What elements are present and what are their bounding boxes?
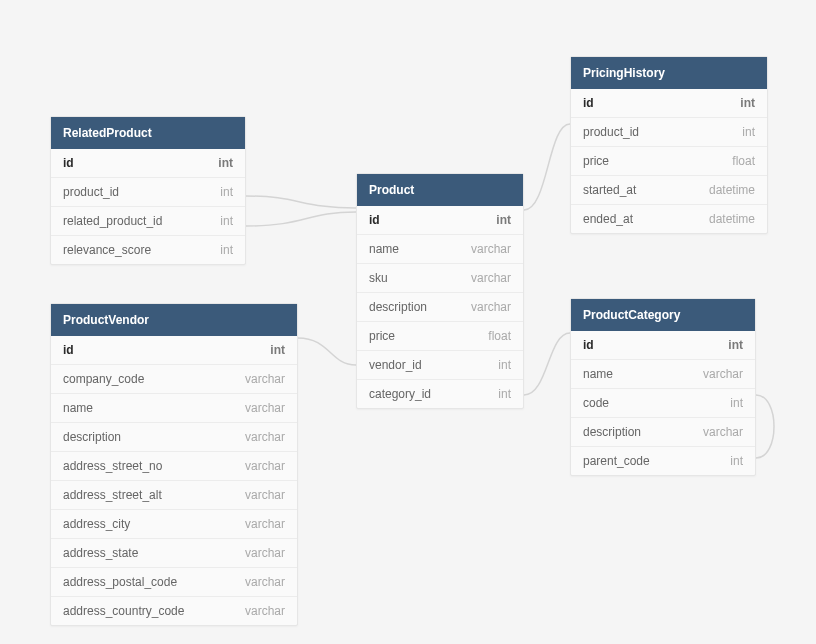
column-name: address_street_alt [63, 488, 162, 502]
column-name: sku [369, 271, 388, 285]
er-diagram-canvas: RelatedProduct id int product_id int rel… [0, 0, 816, 644]
column-type: datetime [709, 183, 755, 197]
table-productvendor[interactable]: ProductVendor id int company_code varcha… [50, 303, 298, 626]
column-name: address_state [63, 546, 138, 560]
table-row: sku varchar [357, 264, 523, 293]
column-type: varchar [245, 517, 285, 531]
column-type: varchar [703, 425, 743, 439]
table-row: ended_at datetime [571, 205, 767, 233]
column-type: int [728, 338, 743, 352]
column-type: int [742, 125, 755, 139]
table-row: product_id int [51, 178, 245, 207]
column-type: varchar [245, 488, 285, 502]
table-row: address_state varchar [51, 539, 297, 568]
column-type: varchar [471, 300, 511, 314]
column-name: started_at [583, 183, 636, 197]
column-type: int [496, 213, 511, 227]
table-row: code int [571, 389, 755, 418]
table-row: address_country_code varchar [51, 597, 297, 625]
table-row: category_id int [357, 380, 523, 408]
table-row: description varchar [571, 418, 755, 447]
column-type: varchar [245, 430, 285, 444]
column-type: varchar [471, 271, 511, 285]
table-row: id int [571, 331, 755, 360]
table-header: RelatedProduct [51, 117, 245, 149]
column-type: int [740, 96, 755, 110]
column-name: related_product_id [63, 214, 162, 228]
table-row: product_id int [571, 118, 767, 147]
column-type: varchar [245, 401, 285, 415]
table-row: id int [51, 149, 245, 178]
column-type: float [732, 154, 755, 168]
column-name: id [583, 338, 594, 352]
table-row: address_city varchar [51, 510, 297, 539]
table-row: description varchar [357, 293, 523, 322]
table-row: started_at datetime [571, 176, 767, 205]
column-name: address_country_code [63, 604, 184, 618]
column-name: relevance_score [63, 243, 151, 257]
column-name: address_city [63, 517, 130, 531]
table-product[interactable]: Product id int name varchar sku varchar … [356, 173, 524, 409]
table-row: id int [51, 336, 297, 365]
table-row: price float [571, 147, 767, 176]
table-relatedproduct[interactable]: RelatedProduct id int product_id int rel… [50, 116, 246, 265]
column-type: varchar [245, 546, 285, 560]
column-name: code [583, 396, 609, 410]
table-pricinghistory[interactable]: PricingHistory id int product_id int pri… [570, 56, 768, 234]
column-name: name [583, 367, 613, 381]
table-header: PricingHistory [571, 57, 767, 89]
table-row: company_code varchar [51, 365, 297, 394]
table-productcategory[interactable]: ProductCategory id int name varchar code… [570, 298, 756, 476]
table-row: parent_code int [571, 447, 755, 475]
column-name: name [369, 242, 399, 256]
column-name: id [63, 343, 74, 357]
table-row: description varchar [51, 423, 297, 452]
column-name: company_code [63, 372, 144, 386]
column-type: int [220, 243, 233, 257]
column-name: description [63, 430, 121, 444]
table-row: price float [357, 322, 523, 351]
column-name: id [583, 96, 594, 110]
column-name: price [369, 329, 395, 343]
column-name: description [583, 425, 641, 439]
column-type: int [220, 185, 233, 199]
column-name: name [63, 401, 93, 415]
column-type: datetime [709, 212, 755, 226]
column-type: varchar [245, 604, 285, 618]
table-row: address_postal_code varchar [51, 568, 297, 597]
table-row: related_product_id int [51, 207, 245, 236]
column-type: float [488, 329, 511, 343]
column-name: parent_code [583, 454, 650, 468]
table-row: address_street_no varchar [51, 452, 297, 481]
table-row: name varchar [571, 360, 755, 389]
column-type: varchar [703, 367, 743, 381]
table-header: ProductCategory [571, 299, 755, 331]
column-name: id [63, 156, 74, 170]
table-row: relevance_score int [51, 236, 245, 264]
column-name: product_id [63, 185, 119, 199]
column-name: address_street_no [63, 459, 162, 473]
column-name: ended_at [583, 212, 633, 226]
table-row: name varchar [357, 235, 523, 264]
table-row: address_street_alt varchar [51, 481, 297, 510]
column-type: varchar [245, 575, 285, 589]
column-type: int [730, 396, 743, 410]
column-name: vendor_id [369, 358, 422, 372]
column-type: int [730, 454, 743, 468]
column-name: category_id [369, 387, 431, 401]
column-type: int [270, 343, 285, 357]
column-type: varchar [245, 372, 285, 386]
column-type: int [498, 358, 511, 372]
column-name: id [369, 213, 380, 227]
column-name: price [583, 154, 609, 168]
table-row: id int [357, 206, 523, 235]
table-header: Product [357, 174, 523, 206]
table-row: vendor_id int [357, 351, 523, 380]
table-header: ProductVendor [51, 304, 297, 336]
column-type: int [218, 156, 233, 170]
column-type: varchar [245, 459, 285, 473]
column-name: product_id [583, 125, 639, 139]
column-type: varchar [471, 242, 511, 256]
column-type: int [220, 214, 233, 228]
column-name: description [369, 300, 427, 314]
